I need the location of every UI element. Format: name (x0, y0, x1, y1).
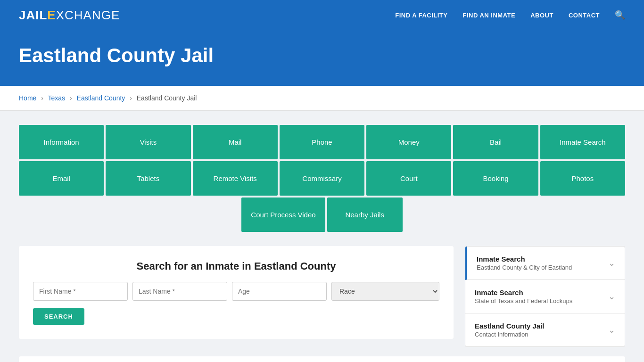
sidebar-item-title-1: Inmate Search (477, 255, 572, 263)
sidebar-item-title-3: Eastland County Jail (475, 322, 545, 330)
main-nav: FIND A FACILITY FIND AN INMATE ABOUT CON… (395, 10, 625, 20)
nav-find-facility[interactable]: FIND A FACILITY (395, 12, 447, 19)
chevron-down-icon-3: ⌄ (608, 325, 615, 335)
search-title: Search for an Inmate in Eastland County (33, 260, 439, 272)
breadcrumb-current: Eastland County Jail (137, 94, 197, 102)
btn-money[interactable]: Money (366, 125, 451, 159)
btn-inmate-search[interactable]: Inmate Search (540, 125, 625, 159)
main-content: Information Visits Mail Phone Money Bail… (0, 111, 644, 362)
sidebar-item-text-2: Inmate Search State of Texas and Federal… (475, 288, 572, 304)
nav-about[interactable]: ABOUT (530, 12, 553, 19)
breadcrumb-sep-1: › (41, 94, 43, 102)
breadcrumb: Home › Texas › Eastland County › Eastlan… (0, 86, 644, 111)
logo-x: E (47, 8, 56, 22)
breadcrumb-sep-3: › (130, 94, 132, 102)
search-box: Search for an Inmate in Eastland County … (19, 246, 454, 339)
age-input[interactable] (232, 282, 327, 301)
bottom-section: Eastland County Jail Information (19, 356, 625, 362)
logo-jail: JAIL (19, 8, 47, 22)
sidebar-item-subtitle-2: State of Texas and Federal Lockups (475, 297, 572, 304)
last-name-input[interactable] (132, 282, 227, 301)
btn-email[interactable]: Email (19, 161, 104, 196)
breadcrumb-texas[interactable]: Texas (48, 94, 66, 102)
sidebar-item-subtitle-3: Contact Information (475, 331, 545, 338)
first-name-input[interactable] (33, 282, 128, 301)
btn-remote-visits[interactable]: Remote Visits (193, 161, 278, 196)
sidebar-item-title-2: Inmate Search (475, 288, 572, 296)
btn-tablets[interactable]: Tablets (106, 161, 190, 196)
hero-section: Eastland County Jail (0, 30, 644, 86)
search-inputs: Race White Black Hispanic Asian Other (33, 282, 439, 301)
sidebar: Inmate Search Eastland County & City of … (465, 246, 625, 347)
breadcrumb-home[interactable]: Home (19, 94, 36, 102)
buttons-row-1: Information Visits Mail Phone Money Bail… (19, 125, 625, 159)
btn-phone[interactable]: Phone (280, 125, 364, 159)
btn-information[interactable]: Information (19, 125, 104, 159)
btn-court-process-video[interactable]: Court Process Video (241, 197, 325, 232)
sidebar-item-subtitle-1: Eastland County & City of Eastland (477, 264, 572, 271)
search-button[interactable]: SEARCH (33, 308, 84, 325)
logo-exchange: XCHANGE (56, 8, 120, 22)
btn-booking[interactable]: Booking (453, 161, 538, 196)
content-row: Search for an Inmate in Eastland County … (19, 246, 625, 347)
btn-court[interactable]: Court (366, 161, 451, 196)
nav-contact[interactable]: CONTACT (569, 12, 600, 19)
sidebar-item-text-1: Inmate Search Eastland County & City of … (477, 255, 572, 271)
race-select[interactable]: Race White Black Hispanic Asian Other (331, 282, 439, 301)
header: JAILEXCHANGE FIND A FACILITY FIND AN INM… (0, 0, 644, 30)
btn-visits[interactable]: Visits (106, 125, 190, 159)
buttons-row-3: Court Process Video Nearby Jails (19, 197, 625, 232)
search-icon[interactable]: 🔍 (615, 10, 625, 20)
buttons-row-2: Email Tablets Remote Visits Commissary C… (19, 161, 625, 196)
btn-nearby-jails[interactable]: Nearby Jails (327, 197, 403, 232)
sidebar-item-inmate-search-texas[interactable]: Inmate Search State of Texas and Federal… (465, 280, 625, 313)
breadcrumb-eastland-county[interactable]: Eastland County (77, 94, 125, 102)
btn-photos[interactable]: Photos (540, 161, 625, 196)
sidebar-item-text-3: Eastland County Jail Contact Information (475, 322, 545, 338)
breadcrumb-sep-2: › (70, 94, 72, 102)
btn-commissary[interactable]: Commissary (280, 161, 364, 196)
page-title: Eastland County Jail (19, 44, 625, 67)
chevron-down-icon-1: ⌄ (608, 258, 615, 268)
sidebar-item-contact-info[interactable]: Eastland County Jail Contact Information… (465, 313, 625, 346)
sidebar-item-inmate-search-eastland[interactable]: Inmate Search Eastland County & City of … (465, 247, 625, 280)
btn-bail[interactable]: Bail (453, 125, 538, 159)
btn-mail[interactable]: Mail (193, 125, 278, 159)
nav-find-inmate[interactable]: FIND AN INMATE (462, 12, 515, 19)
logo[interactable]: JAILEXCHANGE (19, 8, 120, 23)
chevron-down-icon-2: ⌄ (608, 291, 615, 302)
